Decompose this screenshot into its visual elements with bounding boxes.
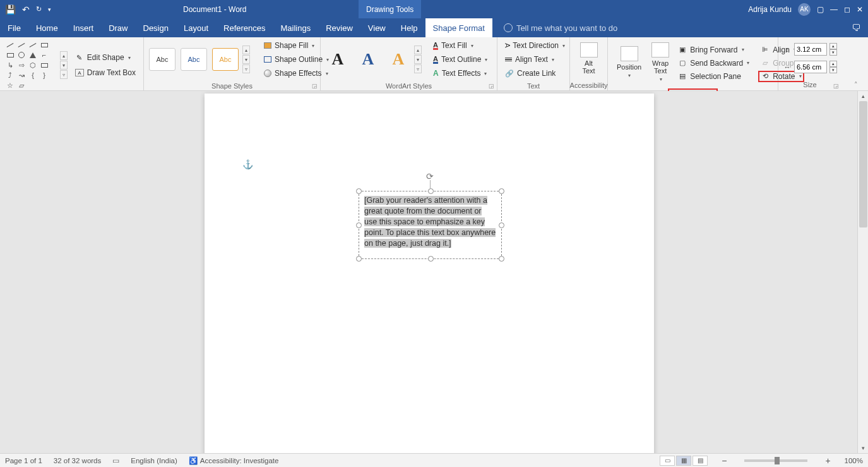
gallery-scroll-up-icon[interactable]: ▴ xyxy=(60,51,68,60)
shape-star-icon[interactable]: ☆ xyxy=(6,82,14,89)
gallery-scroll-up-icon[interactable]: ▴ xyxy=(242,45,250,54)
tab-review[interactable]: Review xyxy=(318,18,360,37)
shape-line-icon[interactable] xyxy=(18,41,25,49)
alt-text-button[interactable]: AltText xyxy=(576,40,602,77)
tab-mailings[interactable]: Mailings xyxy=(273,18,319,37)
shapes-gallery[interactable]: ⌐ ↳ ⇨ ⬡ ⤴ ↝ { } ☆ ▱ xyxy=(5,40,59,90)
close-icon[interactable]: ✕ xyxy=(857,5,863,14)
scroll-down-icon[interactable]: ▾ xyxy=(858,443,868,453)
selection-pane-button[interactable]: ▤Selection Pane xyxy=(675,71,752,82)
resize-handle-bottom-right[interactable] xyxy=(499,256,504,262)
shape-style-swatch[interactable]: Abc xyxy=(212,48,239,71)
zoom-slider-knob[interactable] xyxy=(775,457,780,464)
text-effects-button[interactable]: AText Effects▾ xyxy=(431,68,490,79)
qat-customize-icon[interactable]: ▾ xyxy=(48,6,51,13)
maximize-icon[interactable]: ◻ xyxy=(844,5,850,14)
shape-callout-icon[interactable]: ▱ xyxy=(18,82,25,89)
status-accessibility[interactable]: ♿Accessibility: Investigate xyxy=(189,456,279,465)
tab-draw[interactable]: Draw xyxy=(101,18,135,37)
resize-handle-bottom[interactable] xyxy=(428,256,434,262)
resize-handle-top-left[interactable] xyxy=(356,188,362,194)
edit-shape-button[interactable]: ✎ Edit Shape ▾ xyxy=(73,52,138,63)
gallery-more-icon[interactable]: ▿ xyxy=(60,70,68,79)
shape-connector-icon[interactable]: ⌐ xyxy=(40,51,48,59)
shape-tri-icon[interactable] xyxy=(29,51,37,59)
height-spin-up-icon[interactable]: ▴ xyxy=(829,43,837,49)
view-web-layout-icon[interactable]: ▤ xyxy=(693,456,708,466)
text-direction-button[interactable]: AText Direction▾ xyxy=(502,40,568,51)
scroll-up-icon[interactable]: ▴ xyxy=(858,91,868,101)
wordart-gallery[interactable]: A A A xyxy=(326,47,410,71)
shape-hex-icon[interactable]: ⬡ xyxy=(29,61,37,69)
create-link-button[interactable]: 🔗Create Link xyxy=(502,68,558,79)
tab-file[interactable]: File xyxy=(0,18,28,37)
tab-insert[interactable]: Insert xyxy=(66,18,102,37)
shape-arrow-icon[interactable]: ⤴ xyxy=(6,71,14,79)
shape-line-icon[interactable] xyxy=(29,41,37,49)
shape-style-gallery[interactable]: Abc Abc Abc xyxy=(149,48,239,71)
shape-arrow-icon[interactable]: ↝ xyxy=(18,71,25,79)
shape-height-input[interactable] xyxy=(794,43,827,56)
gallery-more-icon[interactable]: ▿ xyxy=(242,64,250,73)
zoom-out-button[interactable]: − xyxy=(719,456,729,466)
zoom-slider[interactable] xyxy=(744,459,807,462)
minimize-icon[interactable]: — xyxy=(830,5,838,14)
shape-brace-icon[interactable]: { xyxy=(29,71,37,79)
status-language[interactable]: English (India) xyxy=(131,457,177,464)
scroll-thumb[interactable] xyxy=(859,101,867,227)
gallery-scroll-down-icon[interactable]: ▾ xyxy=(60,61,68,70)
status-words[interactable]: 32 of 32 words xyxy=(54,457,101,464)
text-fill-button[interactable]: AText Fill▾ xyxy=(431,40,490,51)
dialog-launcher-icon[interactable]: ◲ xyxy=(833,83,839,89)
zoom-in-button[interactable]: + xyxy=(823,456,833,466)
dialog-launcher-icon[interactable]: ◲ xyxy=(489,83,494,89)
draw-text-box-button[interactable]: A Draw Text Box xyxy=(73,67,138,78)
text-outline-button[interactable]: AText Outline▾ xyxy=(431,54,490,65)
anchor-icon[interactable]: ⚓ xyxy=(242,159,253,169)
position-button[interactable]: Position▾ xyxy=(613,44,645,82)
shape-rect-icon[interactable] xyxy=(40,61,48,69)
undo-icon[interactable]: ↶ xyxy=(22,4,30,15)
resize-handle-top[interactable] xyxy=(428,188,434,194)
gallery-scroll-up-icon[interactable]: ▴ xyxy=(414,45,422,54)
resize-handle-right[interactable] xyxy=(499,222,504,228)
shape-connector-icon[interactable]: ↳ xyxy=(6,61,14,69)
document-area[interactable]: ⚓ ⟳ [Grab your reader's attention with a… xyxy=(0,91,868,453)
wordart-swatch[interactable]: A xyxy=(326,47,350,71)
resize-handle-left[interactable] xyxy=(356,222,362,228)
text-box-content[interactable]: [Grab your reader's attention with a gre… xyxy=(359,191,501,253)
zoom-level[interactable]: 100% xyxy=(845,457,863,464)
contextual-tab-drawing-tools[interactable]: Drawing Tools xyxy=(359,0,421,18)
view-read-mode-icon[interactable]: ▭ xyxy=(660,456,675,466)
send-backward-button[interactable]: ▢Send Backward▾ xyxy=(675,58,752,69)
width-spin-down-icon[interactable]: ▾ xyxy=(829,67,837,73)
shape-brace-icon[interactable]: } xyxy=(40,71,48,79)
gallery-scroll-down-icon[interactable]: ▾ xyxy=(414,55,422,64)
dialog-launcher-icon[interactable]: ◲ xyxy=(312,83,318,89)
height-spin-down-icon[interactable]: ▾ xyxy=(829,49,837,56)
text-box[interactable]: ⟳ [Grab your reader's attention with a g… xyxy=(359,191,502,259)
tell-me-search[interactable]: Tell me what you want to do xyxy=(492,18,617,37)
shape-rect-icon[interactable] xyxy=(40,41,48,49)
align-text-button[interactable]: Align Text▾ xyxy=(502,54,557,65)
tab-view[interactable]: View xyxy=(360,18,393,37)
collapse-ribbon-icon[interactable]: ˄ xyxy=(854,81,858,89)
status-spellcheck-icon[interactable]: ▭ xyxy=(112,456,119,465)
shape-width-input[interactable] xyxy=(794,61,827,73)
gallery-scroll-down-icon[interactable]: ▾ xyxy=(242,55,250,64)
tab-home[interactable]: Home xyxy=(28,18,66,37)
resize-handle-bottom-left[interactable] xyxy=(356,256,362,262)
page[interactable] xyxy=(205,94,654,453)
vertical-scrollbar[interactable]: ▴ ▾ xyxy=(857,91,868,453)
tab-design[interactable]: Design xyxy=(136,18,176,37)
wordart-swatch[interactable]: A xyxy=(386,47,410,71)
shape-style-swatch[interactable]: Abc xyxy=(149,48,175,71)
shape-arrow-icon[interactable]: ⇨ xyxy=(18,61,25,69)
bring-forward-button[interactable]: ▣Bring Forward▾ xyxy=(675,44,752,56)
tab-shape-format[interactable]: Shape Format xyxy=(425,18,492,37)
user-avatar[interactable]: AK xyxy=(798,3,811,16)
shape-line-icon[interactable] xyxy=(6,41,14,49)
save-icon[interactable]: 💾 xyxy=(5,4,16,15)
tab-references[interactable]: References xyxy=(216,18,273,37)
shape-style-swatch[interactable]: Abc xyxy=(181,48,207,71)
